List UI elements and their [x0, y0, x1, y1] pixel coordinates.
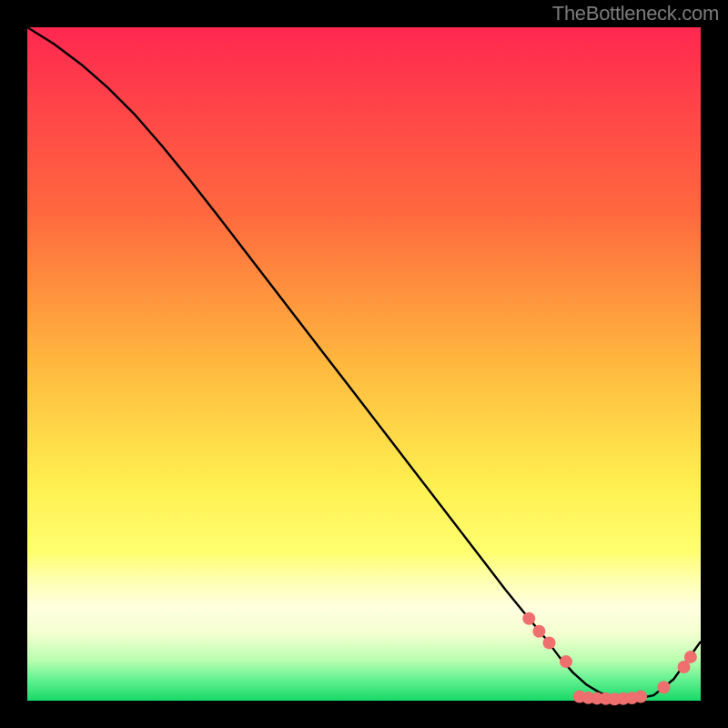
- highlight-dot: [634, 691, 647, 703]
- chart-container: TheBottleneck.com: [0, 0, 728, 728]
- highlight-dot: [560, 655, 572, 668]
- highlight-dot: [684, 651, 697, 663]
- highlight-dot: [543, 636, 556, 649]
- highlight-dot: [532, 625, 545, 638]
- highlight-dot: [657, 681, 670, 693]
- watermark-text: TheBottleneck.com: [552, 2, 719, 25]
- plot-background: [27, 27, 701, 701]
- highlight-dot: [522, 612, 535, 625]
- chart-svg: [0, 0, 728, 728]
